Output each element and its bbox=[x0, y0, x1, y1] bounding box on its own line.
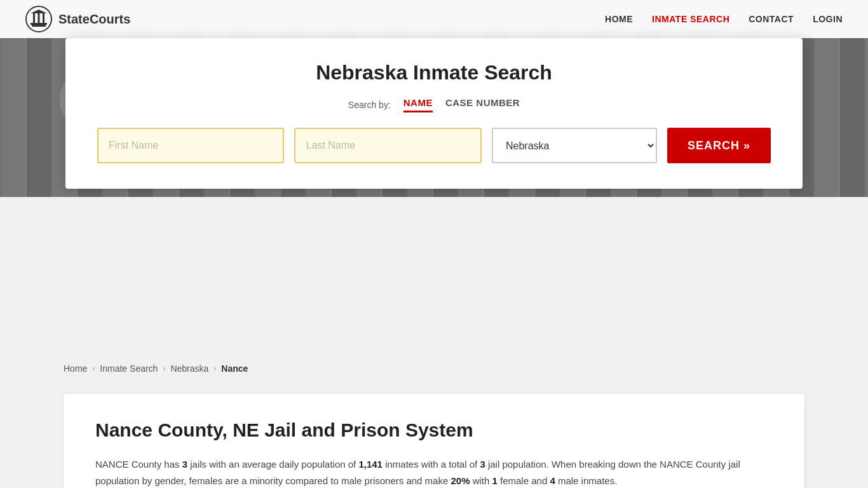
tab-case-number[interactable]: CASE NUMBER bbox=[445, 97, 520, 112]
logo-icon bbox=[25, 6, 52, 32]
breadcrumb-nebraska[interactable]: Nebraska bbox=[170, 363, 208, 374]
svg-rect-2 bbox=[31, 23, 47, 25]
content-area: Nance County, NE Jail and Prison System … bbox=[0, 381, 868, 488]
desc-mid1: jails with an average daily population o… bbox=[187, 459, 358, 470]
desc-mid2: inmates with a total of bbox=[383, 459, 480, 470]
breadcrumb-current: Nance bbox=[221, 363, 248, 374]
nav-contact[interactable]: CONTACT bbox=[749, 14, 794, 24]
svg-rect-4 bbox=[38, 13, 40, 23]
content-card: Nance County, NE Jail and Prison System … bbox=[64, 394, 804, 488]
county-desc: NANCE County has 3 jails with an average… bbox=[95, 456, 773, 488]
search-card: Nebraska Inmate Search Search by: NAME C… bbox=[65, 38, 803, 189]
first-name-input[interactable] bbox=[97, 128, 284, 163]
search-inputs: Nebraska Alabama Alaska Arizona Arkansas… bbox=[97, 128, 771, 163]
desc-male: 4 bbox=[550, 475, 555, 486]
tab-name[interactable]: NAME bbox=[403, 97, 433, 112]
desc-intro: NANCE County has bbox=[95, 459, 182, 470]
breadcrumb-sep-2: › bbox=[163, 364, 165, 373]
header: COURTHOUSE StateCourts HOME INMATE SEARC… bbox=[0, 0, 868, 197]
nav-login[interactable]: LOGIN bbox=[813, 14, 843, 24]
nav-inmate-search[interactable]: INMATE SEARCH bbox=[652, 14, 729, 24]
breadcrumb: Home › Inmate Search › Nebraska › Nance bbox=[0, 356, 868, 381]
svg-marker-6 bbox=[31, 10, 47, 13]
logo-text: StateCourts bbox=[58, 12, 130, 27]
search-card-title: Nebraska Inmate Search bbox=[97, 61, 771, 85]
logo[interactable]: StateCourts bbox=[25, 6, 130, 32]
nav-home[interactable]: HOME bbox=[605, 14, 633, 24]
desc-pct: 20% bbox=[451, 475, 470, 486]
nav-links: HOME INMATE SEARCH CONTACT LOGIN bbox=[605, 14, 843, 24]
search-button[interactable]: SEARCH » bbox=[667, 128, 771, 163]
county-title: Nance County, NE Jail and Prison System bbox=[95, 419, 773, 441]
state-select[interactable]: Nebraska Alabama Alaska Arizona Arkansas… bbox=[492, 128, 657, 163]
svg-rect-5 bbox=[43, 13, 44, 23]
search-by-label: Search by: bbox=[348, 100, 391, 110]
desc-jails: 3 bbox=[182, 459, 187, 470]
breadcrumb-sep-3: › bbox=[214, 364, 216, 373]
last-name-input[interactable] bbox=[294, 128, 481, 163]
desc-end: male inmates. bbox=[555, 475, 618, 486]
desc-avg-pop: 1,141 bbox=[358, 459, 383, 470]
nav-bar: StateCourts HOME INMATE SEARCH CONTACT L… bbox=[0, 0, 868, 38]
desc-mid5: female and bbox=[498, 475, 550, 486]
breadcrumb-inmate-search[interactable]: Inmate Search bbox=[100, 363, 158, 374]
breadcrumb-home[interactable]: Home bbox=[64, 363, 87, 374]
breadcrumb-sep-1: › bbox=[92, 364, 95, 373]
search-by-row: Search by: NAME CASE NUMBER bbox=[97, 97, 771, 112]
svg-rect-1 bbox=[32, 25, 46, 27]
desc-total-pop: 3 bbox=[480, 459, 485, 470]
svg-rect-3 bbox=[33, 13, 35, 23]
desc-female: 1 bbox=[492, 475, 498, 486]
desc-mid4: with bbox=[470, 475, 492, 486]
